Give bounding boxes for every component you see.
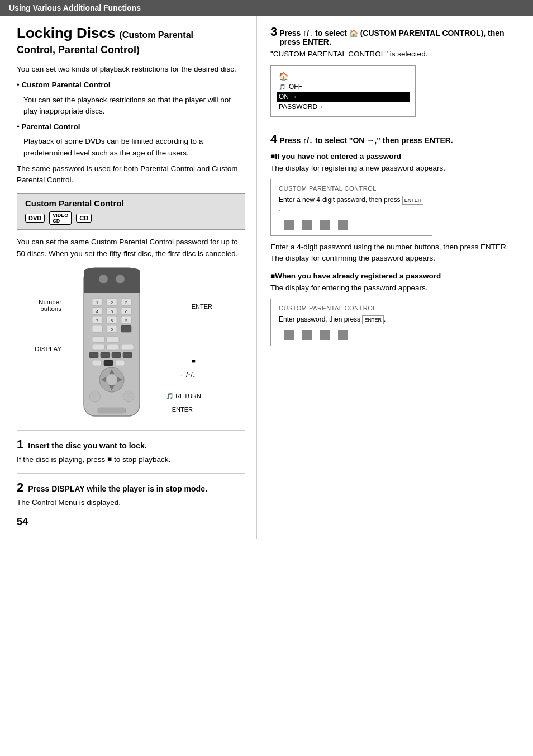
right-column: 3 Press ↑/↓ to select 🏠 (CUSTOM PARENTAL… bbox=[257, 16, 533, 539]
svg-text:6: 6 bbox=[125, 309, 128, 314]
svg-rect-36 bbox=[92, 360, 101, 366]
svg-rect-38 bbox=[116, 360, 125, 366]
remote-section: Number buttons DISPLAY bbox=[17, 265, 245, 423]
svg-point-46 bbox=[89, 391, 101, 402]
svg-rect-28 bbox=[107, 337, 119, 342]
bullet2-body: Playback of some DVDs can be limited acc… bbox=[17, 136, 245, 159]
dot-6 bbox=[302, 330, 312, 340]
step2-number: 2 bbox=[17, 480, 23, 495]
step4: 4 Press ↑/↓ to select "ON →," then press… bbox=[270, 132, 522, 346]
svg-rect-39 bbox=[104, 360, 113, 366]
svg-rect-32 bbox=[89, 352, 98, 358]
enter-label-2: ENTER bbox=[362, 315, 384, 325]
step1: 1 Insert the disc you want to lock. If t… bbox=[17, 437, 245, 465]
svg-text:1: 1 bbox=[96, 300, 99, 305]
page-title-custom: (Custom Parental bbox=[120, 30, 193, 40]
svg-rect-26 bbox=[121, 325, 131, 332]
menu-row-off: 🎵 OFF bbox=[277, 82, 410, 92]
svg-text:9: 9 bbox=[125, 318, 128, 323]
svg-rect-29 bbox=[92, 344, 104, 350]
step3-icon: 🏠 bbox=[349, 29, 358, 37]
remote-svg: 1 2 3 4 5 6 7 8 bbox=[67, 265, 156, 422]
password-dots-2 bbox=[279, 330, 424, 340]
svg-rect-34 bbox=[112, 352, 121, 358]
enter-label-1: ENTER bbox=[402, 196, 424, 205]
menu-row-icon: 🏠 bbox=[277, 70, 410, 82]
annotation-arrows: ←/↑/↓ bbox=[180, 371, 196, 378]
svg-text:0: 0 bbox=[111, 327, 113, 332]
bullet1-title: Custom Parental Control bbox=[17, 79, 245, 91]
step4-title: Press ↑/↓ to select "ON →," then press E… bbox=[279, 136, 453, 145]
svg-text:4: 4 bbox=[96, 309, 99, 314]
dot-2 bbox=[302, 220, 312, 230]
svg-rect-27 bbox=[92, 337, 104, 342]
menu-box-step3: 🏠 🎵 OFF ON → PASSWORD→ bbox=[270, 65, 416, 117]
annotation-enter1: ENTER bbox=[192, 303, 212, 310]
svg-rect-30 bbox=[107, 344, 119, 350]
step3-title: Press ↑/↓ to select bbox=[279, 29, 347, 37]
dot-1 bbox=[284, 220, 294, 230]
header-title: Using Various Additional Functions bbox=[9, 3, 141, 12]
password-box-1: CUSTOM PARENTAL CONTROL Enter a new 4-di… bbox=[270, 179, 432, 236]
page-title-main: Locking Discs bbox=[17, 25, 115, 41]
step1-number: 1 bbox=[17, 437, 23, 452]
header-bar: Using Various Additional Functions bbox=[0, 0, 533, 16]
svg-text:7: 7 bbox=[96, 318, 99, 323]
password-box2-instruction: Enter password, then press ENTER. bbox=[279, 315, 424, 325]
custom-parental-box: Custom Parental Control DVD VIDEOCD CD bbox=[17, 193, 245, 230]
subsection2-title: ■When you have already registered a pass… bbox=[270, 272, 522, 280]
left-column: Locking Discs (Custom Parental Control, … bbox=[0, 16, 257, 539]
paragraph-after: Enter a 4-digit password using the numbe… bbox=[270, 242, 522, 264]
password-dots-1 bbox=[279, 220, 424, 230]
dot-3 bbox=[320, 220, 330, 230]
svg-rect-31 bbox=[121, 344, 134, 350]
disc-paragraph: You can set the same Custom Parental Con… bbox=[17, 237, 245, 259]
dot-5 bbox=[284, 330, 294, 340]
annotation-stop: ■ bbox=[192, 357, 196, 364]
svg-text:3: 3 bbox=[125, 300, 128, 305]
section-box-title: Custom Parental Control bbox=[25, 199, 237, 208]
menu-row-password: PASSWORD→ bbox=[277, 102, 410, 112]
step1-title: Insert the disc you want to lock. bbox=[28, 441, 146, 450]
subsection2-body: The display for entering the password ap… bbox=[270, 282, 522, 294]
step3: 3 Press ↑/↓ to select 🏠 (CUSTOM PARENTAL… bbox=[270, 25, 522, 117]
divider-2 bbox=[17, 473, 245, 474]
step4-number: 4 bbox=[270, 132, 277, 147]
main-content: Locking Discs (Custom Parental Control, … bbox=[0, 16, 533, 539]
page-title: Locking Discs (Custom Parental bbox=[17, 25, 245, 42]
annotation-enter2: ENTER bbox=[172, 406, 193, 413]
badge-dvd: DVD bbox=[25, 214, 45, 223]
page-subtitle: Control, Parental Control) bbox=[17, 44, 245, 56]
subsection1-title: ■If you have not entered a password bbox=[270, 152, 522, 160]
badge-cd: CD bbox=[76, 214, 92, 223]
svg-rect-23 bbox=[92, 325, 102, 332]
password-note: The same password is used for both Paren… bbox=[17, 163, 245, 186]
dot-4 bbox=[338, 220, 348, 230]
svg-point-3 bbox=[99, 275, 108, 284]
subsection1-body: The display for registering a new passwo… bbox=[270, 163, 522, 174]
step1-body: If the disc is playing, press ■ to stop … bbox=[17, 454, 245, 465]
step3-number: 3 bbox=[270, 25, 277, 39]
svg-rect-2 bbox=[84, 282, 140, 293]
password-box1-instruction: Enter a new 4-digit password, then press… bbox=[279, 195, 424, 214]
intro-text: You can set two kinds of playback restri… bbox=[17, 64, 245, 75]
menu-row-on: ON → bbox=[277, 92, 410, 102]
dot-7 bbox=[320, 330, 330, 340]
svg-point-47 bbox=[123, 391, 134, 402]
svg-point-4 bbox=[116, 275, 125, 284]
password-box-2: CUSTOM PARENTAL CONTROL Enter password, … bbox=[270, 299, 432, 347]
password-box2-title: CUSTOM PARENTAL CONTROL bbox=[279, 305, 424, 311]
page-number: 54 bbox=[17, 516, 245, 528]
svg-point-41 bbox=[106, 374, 117, 385]
bullet2-title: Parental Control bbox=[17, 121, 245, 133]
svg-rect-48 bbox=[98, 408, 126, 413]
dot-8 bbox=[338, 330, 348, 340]
svg-text:2: 2 bbox=[111, 300, 113, 305]
step3-body: "CUSTOM PARENTAL CONTROL" is selected. bbox=[270, 49, 522, 60]
step2: 2 Press DISPLAY while the player is in s… bbox=[17, 480, 245, 508]
label-display: DISPLAY bbox=[17, 346, 61, 352]
step2-title: Press DISPLAY while the player is in sto… bbox=[28, 484, 207, 493]
annotation-return: 🎵 RETURN bbox=[166, 393, 201, 400]
svg-text:8: 8 bbox=[111, 318, 113, 323]
svg-rect-35 bbox=[123, 352, 132, 358]
